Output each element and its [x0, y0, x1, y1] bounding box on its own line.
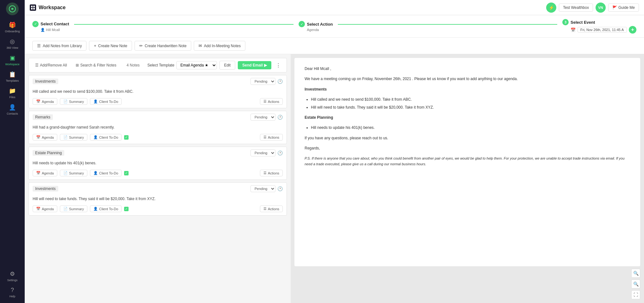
add-meeting-notes-button[interactable]: ✉ Add In-Meeting Notes: [194, 41, 245, 51]
sidebar-item-label: Onboarding: [5, 30, 20, 33]
template-dropdown[interactable]: Email Agenda ★: [176, 61, 217, 69]
tag-client-todo-button[interactable]: 👤 Client To-Do: [90, 205, 122, 212]
agenda-label: Agenda: [42, 171, 54, 175]
note-actions-button[interactable]: ☰ Actions: [260, 205, 283, 212]
sidebar-item-label: 360 View: [7, 46, 18, 49]
sidebar-item-label: Help: [9, 295, 16, 298]
360view-icon: ◎: [10, 38, 15, 45]
clock-icon[interactable]: 🕐: [277, 186, 283, 191]
select-template-label: Select Template: [147, 63, 174, 67]
more-options-button[interactable]: ⋮: [274, 62, 283, 69]
message-icon: ✉: [199, 43, 202, 48]
sidebar-item-onboarding[interactable]: 🎁 Onboarding: [0, 19, 25, 35]
tag-summary-button[interactable]: 📄 Summary: [60, 98, 87, 105]
fullscreen-button[interactable]: ⛶: [631, 290, 640, 299]
note-category: Remarks: [33, 114, 53, 120]
add-meeting-label: Add In-Meeting Notes: [204, 44, 241, 48]
tag-summary-button[interactable]: 📄 Summary: [60, 170, 87, 176]
note-body: Hill needs to update his 401(k) benes.: [29, 159, 287, 168]
guide-me-button[interactable]: 🚩 Guide Me: [608, 3, 639, 12]
sidebar-item-workspace[interactable]: ▣ Workspace: [0, 52, 25, 68]
tag-agenda-button[interactable]: 📅 Agenda: [33, 98, 57, 105]
note-status-dropdown[interactable]: Pending: [250, 185, 275, 192]
client-todo-label: Client To-Do: [99, 100, 118, 104]
step1-done-icon: ✓: [32, 21, 39, 27]
tag-client-todo-button[interactable]: 👤 Client To-Do: [90, 98, 122, 105]
svg-rect-2: [33, 6, 35, 7]
progress-area: ✓ Select Contact 👤 Hill Mcall ✓ Select A…: [25, 15, 644, 38]
add-remove-all-button[interactable]: ☰ Add/Remove All: [33, 62, 69, 69]
step-select-contact: ✓ Select Contact 👤 Hill Mcall: [32, 21, 69, 32]
clock-icon[interactable]: 🕐: [277, 79, 283, 84]
search-filter-button[interactable]: ⊞ Search & Filter Notes: [73, 62, 119, 69]
note-card: Estate Planning Pending 🕐 Hill needs to …: [28, 147, 287, 180]
note-actions-button[interactable]: ☰ Actions: [260, 170, 283, 176]
event-date-input[interactable]: [578, 27, 627, 33]
edit-button[interactable]: Edit: [219, 61, 236, 70]
search-filter-label: Search & Filter Notes: [80, 63, 116, 67]
sidebar-item-settings[interactable]: ⚙ Settings: [0, 268, 25, 284]
create-handwritten-note-button[interactable]: ✏ Create Handwritten Note: [135, 41, 191, 51]
add-event-button[interactable]: +: [629, 26, 636, 34]
zoom-in-button[interactable]: 🔍: [631, 269, 640, 278]
note-actions-button[interactable]: ☰ Actions: [260, 134, 283, 141]
tag-agenda-button[interactable]: 📅 Agenda: [33, 134, 57, 141]
note-body: Hill had a grand-daughter named Sarah re…: [29, 123, 287, 133]
sidebar-item-help[interactable]: ? Help: [0, 284, 25, 300]
create-new-label: Create New Note: [98, 44, 127, 48]
client-todo-label: Client To-Do: [99, 136, 118, 139]
email-section1-title: Investments: [305, 87, 327, 92]
clock-icon[interactable]: 🕐: [277, 150, 283, 155]
tag-client-todo-button[interactable]: 👤 Client To-Do: [90, 170, 122, 176]
sidebar-item-label: Workspace: [5, 63, 20, 66]
step-header: 3 Select Event: [562, 19, 595, 25]
email-section2-title: Estate Planning: [305, 115, 333, 120]
agenda-label: Agenda: [42, 136, 54, 139]
email-intro: We have a meeting coming up on Friday, N…: [305, 76, 630, 82]
note-status-dropdown[interactable]: Pending: [250, 149, 275, 156]
tag-summary-button[interactable]: 📄 Summary: [60, 205, 87, 212]
tag-agenda-button[interactable]: 📅 Agenda: [33, 205, 57, 212]
email-ps: P.S. If there is anyone that you care ab…: [305, 155, 630, 167]
sidebar-item-360view[interactable]: ◎ 360 View: [0, 35, 25, 52]
send-email-button[interactable]: Send Email ▶: [238, 61, 271, 69]
notification-avatar[interactable]: ⚡: [546, 3, 556, 13]
sidebar-item-files[interactable]: 📁 Files: [0, 85, 25, 101]
note-checkbox[interactable]: ✓: [124, 135, 129, 140]
note-status-dropdown[interactable]: Pending: [250, 114, 275, 121]
workspace-area: ✓ Select Contact 👤 Hill Mcall ✓ Select A…: [25, 15, 644, 303]
user-avatar[interactable]: VN: [596, 3, 606, 13]
actions-label: Actions: [268, 207, 279, 211]
note-status-dropdown[interactable]: Pending: [250, 78, 275, 85]
note-category: Investments: [33, 186, 58, 192]
note-checkbox[interactable]: ✓: [124, 171, 129, 175]
email-section2-list: Hill needs to update his 401(k) benes.: [311, 124, 630, 131]
sidebar-item-contacts[interactable]: 👤 Contacts: [0, 101, 25, 118]
list-item: Hill will need to take funds. They said …: [311, 104, 630, 110]
agenda-label: Agenda: [42, 207, 54, 211]
note-actions-button[interactable]: ☰ Actions: [260, 98, 283, 105]
sidebar-logo[interactable]: [6, 3, 19, 15]
tag-summary-button[interactable]: 📄 Summary: [60, 134, 87, 141]
add-notes-library-button[interactable]: ☰ Add Notes from Library: [32, 41, 86, 51]
step3-date-row: 📅 +: [571, 26, 636, 34]
create-handwritten-label: Create Handwritten Note: [145, 44, 186, 48]
test-wealthbox-button[interactable]: Test Wealthbox: [559, 3, 593, 12]
note-card-header: Estate Planning Pending 🕐: [29, 147, 287, 159]
topbar: Workspace ⚡ Test Wealthbox VN 🚩 Guide Me: [25, 0, 644, 15]
calendar-icon: 📅: [571, 28, 576, 32]
tag-agenda-button[interactable]: 📅 Agenda: [33, 170, 57, 176]
step3-num-icon: 3: [562, 19, 569, 25]
list-icon: ☰: [37, 43, 41, 48]
tag-client-todo-button[interactable]: 👤 Client To-Do: [90, 134, 122, 141]
zoom-out-button[interactable]: 🔍: [631, 280, 640, 288]
note-checkbox[interactable]: ✓: [124, 207, 129, 211]
step1-title: Select Contact: [41, 22, 69, 26]
note-tags: 📅 Agenda 📄 Summary 👤 Client To-Do: [29, 168, 287, 180]
create-new-note-button[interactable]: + Create New Note: [89, 41, 132, 51]
preview-panel: Dear Hill Mcall , We have a meeting comi…: [291, 54, 644, 303]
user-initials: VN: [598, 6, 603, 9]
sidebar-item-templates[interactable]: 📋 Templates: [0, 68, 25, 85]
onboarding-icon: 🎁: [9, 22, 16, 28]
clock-icon[interactable]: 🕐: [277, 115, 283, 120]
